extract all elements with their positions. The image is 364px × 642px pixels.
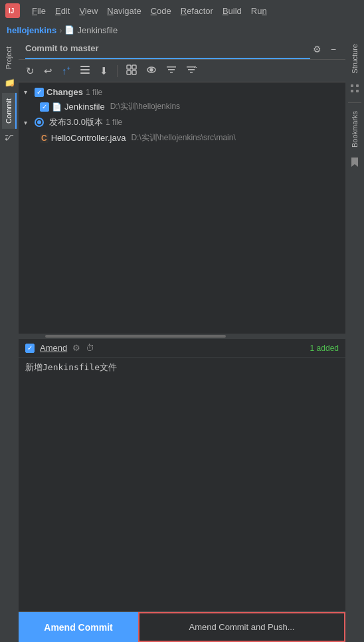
jenkinsfile-name: Jenkinsfile bbox=[64, 102, 105, 112]
svg-rect-20 bbox=[356, 90, 359, 92]
refresh-btn[interactable]: ↻ bbox=[24, 64, 37, 78]
panel-actions: ⚙ − bbox=[310, 43, 339, 56]
svg-rect-12 bbox=[168, 69, 175, 70]
project-tab[interactable]: Project bbox=[2, 41, 17, 74]
view-btn[interactable] bbox=[144, 63, 159, 78]
scrollbar-thumb bbox=[45, 335, 226, 338]
svg-rect-11 bbox=[167, 66, 176, 68]
changes-chevron: ▾ bbox=[24, 88, 32, 96]
menu-view[interactable]: View bbox=[75, 5, 102, 17]
collapse-button[interactable]: − bbox=[328, 43, 339, 56]
svg-rect-15 bbox=[188, 69, 195, 70]
svg-rect-18 bbox=[356, 84, 359, 87]
amend-gear-icon[interactable]: ⚙ bbox=[72, 343, 80, 353]
app-logo: IJ bbox=[5, 3, 20, 18]
amend-commit-push-button[interactable]: Amend Commit and Push... bbox=[138, 612, 345, 642]
svg-rect-17 bbox=[351, 84, 353, 87]
svg-rect-16 bbox=[190, 72, 193, 73]
folder-icon[interactable]: 📁 bbox=[2, 74, 17, 93]
menu-build[interactable]: Build bbox=[219, 5, 246, 17]
group-btn[interactable] bbox=[124, 63, 139, 78]
sort-btn[interactable] bbox=[164, 63, 179, 78]
structure-tab[interactable]: Structure bbox=[348, 39, 361, 79]
file-tree: ▾ ✓ Changes 1 file ✓ 📄 Jenkinsfile D:\实训… bbox=[19, 82, 345, 334]
main-area: Project 📁 Commit ⎇ Commit to master ⚙ − … bbox=[0, 39, 364, 642]
changes-group-header[interactable]: ▾ ✓ Changes 1 file bbox=[19, 85, 345, 99]
amend-commit-button[interactable]: Amend Commit bbox=[19, 612, 138, 642]
menu-navigate[interactable]: Navigate bbox=[103, 5, 145, 17]
menu-run[interactable]: Run bbox=[247, 5, 271, 17]
svg-rect-4 bbox=[80, 72, 90, 74]
right-tabs: Structure Bookmarks bbox=[345, 39, 364, 642]
amend-checkbox[interactable]: ✓ bbox=[25, 344, 35, 353]
side-tabs: Project 📁 Commit ⎇ bbox=[0, 39, 19, 642]
scrollbar-area bbox=[19, 334, 345, 339]
svg-rect-3 bbox=[80, 69, 90, 70]
jenkinsfile-icon: 📄 bbox=[52, 102, 62, 112]
svg-rect-13 bbox=[170, 72, 173, 73]
svg-text:IJ: IJ bbox=[9, 7, 14, 15]
file-icon: 📄 bbox=[64, 25, 74, 35]
added-badge: 1 added bbox=[310, 344, 339, 353]
commit-group-count: 1 file bbox=[106, 118, 122, 127]
svg-rect-5 bbox=[127, 65, 131, 69]
breadcrumb-project[interactable]: hellojenkins bbox=[7, 25, 56, 35]
commit-chevron: ▾ bbox=[24, 119, 32, 126]
changes-checkbox[interactable]: ✓ bbox=[35, 88, 44, 97]
jenkinsfile-checkbox[interactable]: ✓ bbox=[40, 102, 49, 112]
commit-message-text: 新增Jenkinsfile文件 bbox=[25, 362, 339, 374]
move-up-btn[interactable]: ↑+ bbox=[60, 64, 72, 78]
toolbar-sep-1 bbox=[117, 65, 118, 77]
menu-refactor[interactable]: Refactor bbox=[177, 5, 217, 17]
commit-group-label: 发布3.0.0版本 bbox=[49, 116, 103, 128]
undo-btn[interactable]: ↩ bbox=[42, 64, 54, 78]
file-item-jenkinsfile[interactable]: ✓ 📄 Jenkinsfile D:\实训\hellojenkins bbox=[19, 99, 345, 114]
commit-tab[interactable]: Commit bbox=[2, 93, 17, 129]
menu-code[interactable]: Code bbox=[147, 5, 175, 17]
commit-message-area[interactable]: 新增Jenkinsfile文件 bbox=[19, 358, 345, 611]
svg-point-10 bbox=[150, 68, 153, 71]
jenkinsfile-path: D:\实训\hellojenkins bbox=[110, 101, 180, 112]
settings-button[interactable]: ⚙ bbox=[310, 43, 324, 56]
svg-rect-7 bbox=[127, 70, 131, 74]
right-tab-sep bbox=[348, 102, 361, 103]
commit-group-header[interactable]: ▾ 发布3.0.0版本 1 file bbox=[19, 114, 345, 130]
svg-rect-8 bbox=[132, 70, 136, 74]
bookmarks-tab[interactable]: Bookmarks bbox=[348, 106, 361, 153]
changes-count: 1 file bbox=[86, 88, 102, 97]
menu-items: File Edit View Navigate Code Refactor Bu… bbox=[28, 5, 271, 17]
menu-file[interactable]: File bbox=[28, 5, 50, 17]
breadcrumb: hellojenkins › 📄 Jenkinsfile bbox=[0, 21, 364, 39]
file-item-hellocontroller[interactable]: C HelloController.java D:\实训\hellojenkin… bbox=[19, 130, 345, 146]
commit-panel: Commit to master ⚙ − ↻ ↩ ↑+ ⬇ bbox=[19, 39, 345, 642]
structure-icon[interactable] bbox=[347, 79, 363, 100]
sort2-btn[interactable] bbox=[184, 63, 199, 78]
hellocontroller-name: HelloController.java bbox=[51, 133, 126, 143]
svg-rect-6 bbox=[132, 65, 136, 69]
git-icon[interactable]: ⎇ bbox=[2, 129, 17, 146]
download-btn[interactable]: ⬇ bbox=[98, 64, 110, 78]
menu-edit[interactable]: Edit bbox=[51, 5, 74, 17]
menu-bar: IJ File Edit View Navigate Code Refactor… bbox=[0, 0, 364, 21]
hellocontroller-path: D:\实训\hellojenkins\src\main\ bbox=[131, 132, 235, 144]
amend-label: Amend bbox=[40, 343, 67, 353]
diff-btn[interactable] bbox=[78, 63, 92, 78]
breadcrumb-file[interactable]: Jenkinsfile bbox=[77, 25, 118, 35]
toolbar: ↻ ↩ ↑+ ⬇ bbox=[19, 60, 345, 82]
svg-rect-2 bbox=[80, 66, 90, 67]
amend-clock-icon[interactable]: ⏱ bbox=[86, 343, 94, 353]
panel-header: Commit to master ⚙ − bbox=[19, 39, 345, 60]
commit-group-icon bbox=[35, 118, 44, 127]
panel-title: Commit to master bbox=[25, 39, 310, 59]
java-file-icon: C bbox=[40, 134, 48, 143]
amend-row: ✓ Amend ⚙ ⏱ 1 added bbox=[19, 339, 345, 358]
button-row: Amend Commit Amend Commit and Push... bbox=[19, 611, 345, 642]
svg-rect-19 bbox=[351, 90, 353, 92]
changes-label: Changes bbox=[46, 87, 83, 97]
bookmarks-icon[interactable] bbox=[347, 153, 362, 173]
breadcrumb-separator: › bbox=[59, 25, 62, 35]
